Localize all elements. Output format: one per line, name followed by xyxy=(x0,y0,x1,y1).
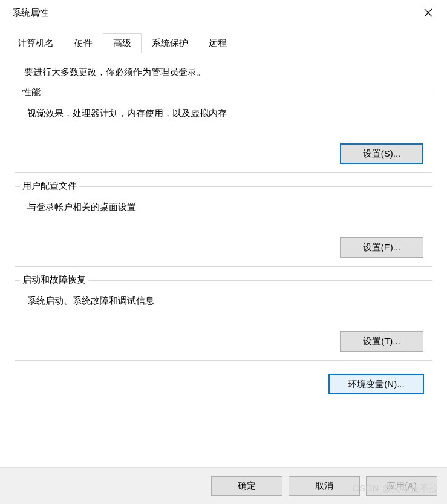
admin-notice-text: 要进行大多数更改，你必须作为管理员登录。 xyxy=(24,67,432,78)
userprofile-group: 用户配置文件 与登录帐户相关的桌面设置 设置(E)... xyxy=(15,186,432,267)
tab-advanced[interactable]: 高级 xyxy=(103,33,142,53)
performance-settings-button[interactable]: 设置(S)... xyxy=(340,143,423,164)
startup-group: 启动和故障恢复 系统启动、系统故障和调试信息 设置(T)... xyxy=(15,280,432,361)
performance-group-desc: 视觉效果，处理器计划，内存使用，以及虚拟内存 xyxy=(27,108,423,119)
tab-system-protection[interactable]: 系统保护 xyxy=(142,33,198,53)
startup-group-desc: 系统启动、系统故障和调试信息 xyxy=(27,295,423,307)
cancel-button[interactable]: 取消 xyxy=(289,476,360,496)
userprofile-group-title: 用户配置文件 xyxy=(20,180,79,192)
tab-content-advanced: 要进行大多数更改，你必须作为管理员登录。 性能 视觉效果，处理器计划，内存使用，… xyxy=(0,53,447,394)
userprofile-settings-button[interactable]: 设置(E)... xyxy=(340,237,423,258)
userprofile-button-row: 设置(E)... xyxy=(24,237,423,258)
userprofile-group-desc: 与登录帐户相关的桌面设置 xyxy=(27,201,423,213)
performance-button-row: 设置(S)... xyxy=(24,143,423,164)
apply-button[interactable]: 应用(A) xyxy=(366,476,437,496)
close-button[interactable] xyxy=(418,4,439,21)
environment-variables-button[interactable]: 环境变量(N)... xyxy=(328,374,424,394)
tabs-bar: 计算机名 硬件 高级 系统保护 远程 xyxy=(0,33,447,53)
window-title: 系统属性 xyxy=(12,7,48,19)
startup-settings-button[interactable]: 设置(T)... xyxy=(340,331,423,352)
startup-button-row: 设置(T)... xyxy=(24,331,423,352)
startup-group-title: 启动和故障恢复 xyxy=(20,274,88,286)
performance-group-title: 性能 xyxy=(20,87,43,98)
ok-button[interactable]: 确定 xyxy=(211,476,282,496)
tab-remote[interactable]: 远程 xyxy=(198,33,237,53)
tab-computer-name[interactable]: 计算机名 xyxy=(7,33,64,53)
titlebar: 系统属性 xyxy=(0,0,447,25)
performance-group: 性能 视觉效果，处理器计划，内存使用，以及虚拟内存 设置(S)... xyxy=(15,93,432,173)
env-button-row: 环境变量(N)... xyxy=(15,374,432,394)
tab-hardware[interactable]: 硬件 xyxy=(64,33,103,53)
dialog-button-bar: 确定 取消 应用(A) xyxy=(0,467,447,504)
close-icon xyxy=(424,8,432,17)
